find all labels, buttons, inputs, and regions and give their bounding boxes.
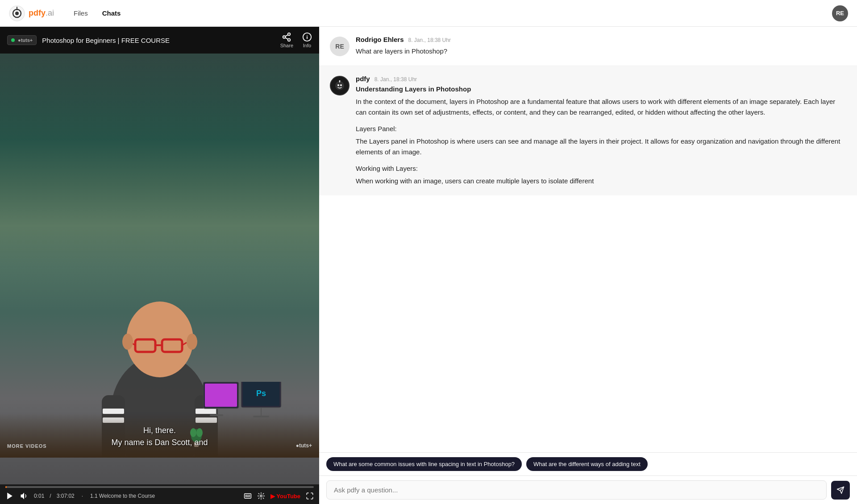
send-icon [836, 486, 845, 494]
video-content: Ps Hi, there. My name is Dan [0, 54, 319, 484]
share-icon [282, 32, 291, 42]
share-button[interactable]: Share [280, 32, 293, 48]
svg-point-47 [339, 80, 341, 82]
chapter-title: 1.1 Welcome to the Course [90, 493, 155, 499]
video-visual: Ps [0, 54, 319, 484]
video-controls: 0:01 / 3:07:02 · 1.1 Welcome to the Cour… [0, 484, 319, 504]
suggestion-chip-0[interactable]: What are some common issues with line sp… [326, 457, 522, 471]
tuts-watermark: ●tuts+ [296, 442, 312, 449]
info-button[interactable]: Info [302, 32, 312, 48]
logo-area: pdfy.ai [9, 5, 54, 21]
subtitles-button[interactable] [244, 492, 252, 500]
main-layout: ●tuts+ Photoshop for Beginners | FREE CO… [0, 27, 857, 504]
user-avatar[interactable]: RE [832, 5, 848, 21]
video-title: Photoshop for Beginners | FREE COURSE [42, 37, 275, 44]
bot-message-body: pdfy 8. Jan., 18:38 Uhr Understanding La… [356, 75, 846, 186]
volume-button[interactable] [20, 492, 29, 500]
video-subtitles: Hi, there. My name is Dan Scott, and [0, 425, 319, 449]
chat-panel: RE Rodrigo Ehlers 8. Jan., 18:38 Uhr Wha… [319, 27, 857, 504]
user-name: Rodrigo Ehlers [356, 36, 404, 43]
bot-message-title: Understanding Layers in Photoshop [356, 85, 846, 93]
bot-name: pdfy [356, 75, 370, 83]
svg-point-14 [122, 334, 133, 350]
video-topbar-actions: Share Info [280, 32, 312, 48]
chat-messages: RE Rodrigo Ehlers 8. Jan., 18:38 Uhr Wha… [319, 27, 857, 452]
main-nav: Files Chats [67, 7, 127, 20]
youtube-logo: ▶ YouTube [270, 493, 300, 500]
svg-point-15 [187, 334, 197, 350]
subtitles-icon [244, 492, 252, 500]
bot-para-2: The Layers panel in Photoshop is where u… [356, 136, 846, 157]
chat-input-area [319, 475, 857, 504]
suggestions-bar: What are some common issues with line sp… [319, 452, 857, 475]
svg-rect-31 [253, 416, 269, 417]
bot-section-2: Working with Layers: [356, 165, 846, 172]
progress-bar[interactable] [5, 486, 314, 488]
controls-right: ▶ YouTube [244, 492, 314, 500]
bot-para-3: When working with an image, users can cr… [356, 176, 846, 186]
settings-icon [257, 492, 265, 500]
user-avatar-chat: RE [330, 37, 349, 56]
fullscreen-icon [306, 492, 314, 500]
time-current: 0:01 [34, 493, 44, 499]
user-message: RE Rodrigo Ehlers 8. Jan., 18:38 Uhr Wha… [319, 27, 857, 66]
app-header: pdfy.ai Files Chats RE [0, 0, 857, 27]
logo-text: pdfy.ai [29, 8, 54, 18]
svg-text:Ps: Ps [256, 389, 266, 398]
svg-rect-26 [210, 414, 223, 416]
svg-point-2 [15, 12, 19, 15]
controls-row: 0:01 / 3:07:02 · 1.1 Welcome to the Cour… [5, 490, 314, 502]
svg-rect-38 [244, 494, 251, 499]
settings-button[interactable] [257, 492, 265, 500]
video-topbar: ●tuts+ Photoshop for Beginners | FREE CO… [0, 27, 319, 54]
channel-badge: ●tuts+ [7, 35, 37, 45]
svg-marker-36 [7, 493, 12, 500]
bot-section-1: Layers Panel: [356, 125, 846, 132]
send-button[interactable] [831, 481, 850, 500]
svg-point-44 [337, 84, 339, 86]
bot-icon [334, 80, 345, 91]
fullscreen-button[interactable] [306, 492, 314, 500]
info-icon [302, 32, 312, 42]
more-videos-label: MORE VIDEOS [7, 443, 47, 449]
chat-input[interactable] [326, 480, 827, 500]
bot-avatar [330, 76, 349, 95]
svg-rect-24 [205, 384, 237, 407]
logo-icon [9, 5, 25, 21]
bot-message-header: pdfy 8. Jan., 18:38 Uhr [356, 75, 846, 83]
user-message-text: What are layers in Photoshop? [356, 46, 846, 57]
nav-chats[interactable]: Chats [96, 7, 127, 20]
svg-marker-37 [21, 493, 25, 500]
volume-icon [20, 492, 29, 500]
svg-point-45 [340, 84, 342, 86]
user-message-body: Rodrigo Ehlers 8. Jan., 18:38 Uhr What a… [356, 36, 846, 57]
nav-files[interactable]: Files [67, 7, 94, 20]
bot-message-time: 8. Jan., 18:38 Uhr [374, 76, 417, 83]
video-panel: ●tuts+ Photoshop for Beginners | FREE CO… [0, 27, 319, 504]
progress-fill [5, 486, 7, 488]
bot-para-1: In the context of the document, layers i… [356, 96, 846, 118]
user-message-header: Rodrigo Ehlers 8. Jan., 18:38 Uhr [356, 36, 846, 43]
time-separator: / [50, 493, 51, 499]
live-dot [11, 38, 15, 42]
time-total: 3:07:02 [57, 493, 75, 499]
play-icon [5, 492, 14, 500]
user-message-time: 8. Jan., 18:38 Uhr [408, 37, 451, 43]
svg-point-42 [260, 495, 262, 497]
bot-message: pdfy 8. Jan., 18:38 Uhr Understanding La… [319, 66, 857, 195]
play-button[interactable] [5, 492, 14, 500]
suggestion-chip-1[interactable]: What are the different ways of adding te… [526, 457, 648, 471]
